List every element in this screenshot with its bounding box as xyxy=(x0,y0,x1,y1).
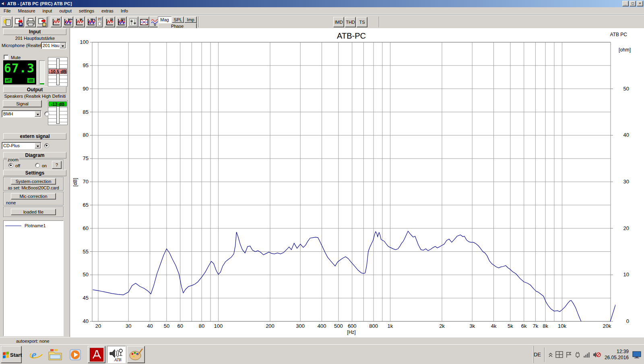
output-gain-slider[interactable]: -13 dB xyxy=(48,100,68,125)
mute-checkbox[interactable] xyxy=(4,55,8,60)
zoom-help-button[interactable]: ? xyxy=(52,161,62,169)
menu-input[interactable]: input xyxy=(39,8,56,14)
menu-measure[interactable]: Measure xyxy=(14,8,39,14)
svg-text:200: 200 xyxy=(266,323,275,329)
menu-bar: File Measure input output settings extra… xyxy=(0,7,644,14)
extern-signal-select[interactable]: CD-Plus xyxy=(2,142,41,149)
maximize-button[interactable]: □ xyxy=(630,1,636,6)
menu-settings[interactable]: settings xyxy=(75,8,98,14)
svg-text:60: 60 xyxy=(177,323,183,329)
svg-text:ATB-PC: ATB-PC xyxy=(337,31,366,40)
legend-item[interactable]: Plotname1 xyxy=(5,223,46,228)
adobe-reader-task-button[interactable] xyxy=(88,346,105,363)
mode-imp-button[interactable]: Imp xyxy=(184,16,197,23)
input-level-eff-badge: eff xyxy=(5,78,12,83)
tray-flag-icon[interactable] xyxy=(566,351,572,358)
measure-m-plus-button[interactable]: M+ xyxy=(62,16,73,27)
mode-spl-button[interactable]: SPL xyxy=(172,16,184,23)
chevron-down-icon[interactable] xyxy=(35,111,41,117)
window-function-button[interactable] xyxy=(138,16,149,27)
measure-mbar-button[interactable]: M xyxy=(104,16,115,27)
zoom-off-radio[interactable] xyxy=(8,163,13,168)
svg-text:80: 80 xyxy=(199,323,204,329)
new-measurement-button[interactable] xyxy=(2,16,12,27)
measure-m-avg-button[interactable]: Ma xyxy=(74,16,85,27)
tray-volume-muted-icon[interactable] xyxy=(593,352,601,358)
loaded-file-button[interactable]: loaded file xyxy=(11,209,56,215)
window-title: ATB - [ATB PC (PRC) ATB PC] xyxy=(7,1,72,6)
media-player-launcher[interactable] xyxy=(67,347,84,363)
tray-window-icon[interactable] xyxy=(555,351,563,358)
measure-m-button[interactable]: M xyxy=(51,16,62,27)
paint-task-button[interactable] xyxy=(127,346,145,363)
internet-explorer-launcher[interactable]: e xyxy=(28,347,45,363)
svg-text:4k: 4k xyxy=(491,323,497,329)
print-button[interactable] xyxy=(25,16,36,27)
minimize-button[interactable]: _ xyxy=(622,1,629,6)
language-indicator[interactable]: DE xyxy=(534,352,541,358)
zoom-on-radio[interactable] xyxy=(35,163,40,168)
system-correction-button[interactable]: System-correction xyxy=(11,178,56,185)
atb-task-button[interactable]: ATB xyxy=(107,346,126,363)
signal-button[interactable]: Signal xyxy=(3,100,42,107)
tray-network-signal-icon[interactable] xyxy=(583,352,590,358)
thd-button[interactable]: THD xyxy=(345,17,356,27)
chevron-down-icon[interactable] xyxy=(60,43,66,48)
measure-m-avg-icon: Ma xyxy=(75,18,84,27)
internet-explorer-icon: e xyxy=(30,348,43,362)
close-button[interactable]: × xyxy=(637,1,643,6)
tray-expand-chevron-icon[interactable] xyxy=(548,352,553,358)
svg-text:[Hz]: [Hz] xyxy=(347,329,355,335)
microphone-label: Microphone (Realtek xyxy=(2,43,43,48)
mic-correction-button[interactable]: Mic-correction xyxy=(11,193,56,199)
title-bar: ATB - [ATB PC (PRC) ATB PC] _ □ × xyxy=(0,0,644,7)
export-button[interactable] xyxy=(37,16,47,27)
svg-text:50: 50 xyxy=(623,86,629,92)
extern-signal-radio[interactable] xyxy=(44,143,49,148)
svg-text:ATB PC: ATB PC xyxy=(610,32,627,37)
system-correction-group: System-correction as set: MicBoost20CD.c… xyxy=(3,177,64,191)
svg-text:600: 600 xyxy=(348,323,357,329)
svg-text:70: 70 xyxy=(83,179,89,185)
save-measurement-button[interactable] xyxy=(13,16,24,27)
app-window: ATB - [ATB PC (PRC) ATB PC] _ □ × File M… xyxy=(0,0,644,364)
chevron-down-icon[interactable] xyxy=(35,143,41,148)
system-tray: DE xyxy=(533,346,642,363)
vu-meter-bar xyxy=(40,83,44,84)
input-gain-value: -10.5 dB xyxy=(49,69,67,74)
menu-info[interactable]: Info xyxy=(117,8,132,14)
microphone-select[interactable]: 201 Haup xyxy=(41,42,66,49)
measure-mbar-plus-button[interactable]: M+ xyxy=(116,16,127,27)
svg-text:0: 0 xyxy=(626,318,629,324)
start-button[interactable]: Start xyxy=(1,346,22,363)
zoom-group: zoom off on ? xyxy=(3,160,64,171)
menu-file[interactable]: File xyxy=(0,8,14,14)
svg-text:300: 300 xyxy=(296,323,305,329)
svg-text:85: 85 xyxy=(83,109,89,115)
input-gain-slider[interactable]: -10.5 dB xyxy=(48,57,68,86)
frequency-response-chart[interactable]: 4045505560657075808590951000102030405020… xyxy=(70,28,644,337)
signal-radio[interactable] xyxy=(44,111,49,116)
legend-line-swatch xyxy=(5,226,21,226)
ts-button[interactable]: TS xyxy=(357,17,367,27)
svg-text:55: 55 xyxy=(83,249,89,255)
signal-select[interactable]: BMH xyxy=(2,110,41,117)
tray-power-plug-icon[interactable] xyxy=(574,351,581,358)
svg-text:1k: 1k xyxy=(388,323,393,329)
tray-clock[interactable]: 12:39 26.05.2016 xyxy=(605,349,629,361)
svg-text:3k: 3k xyxy=(469,323,475,329)
mode-mag-button[interactable]: Mag xyxy=(158,16,171,23)
imd-button[interactable]: IMD xyxy=(333,17,344,27)
tray-display-icon[interactable] xyxy=(632,351,641,358)
menu-output[interactable]: output xyxy=(56,8,75,14)
level-adjust-button[interactable] xyxy=(128,16,138,27)
menu-extras[interactable]: extras xyxy=(98,8,117,14)
measure-m-plus-avg-button[interactable]: M+a xyxy=(86,16,97,27)
input-level-unit-badge: dB xyxy=(27,78,35,83)
svg-text:M: M xyxy=(57,18,60,21)
svg-text:20: 20 xyxy=(623,225,629,231)
reference-button[interactable]: (r) xyxy=(97,16,103,27)
file-explorer-launcher[interactable] xyxy=(47,347,64,363)
svg-text:ATB: ATB xyxy=(114,358,121,362)
plot-legend: Plotname1 xyxy=(3,220,64,336)
